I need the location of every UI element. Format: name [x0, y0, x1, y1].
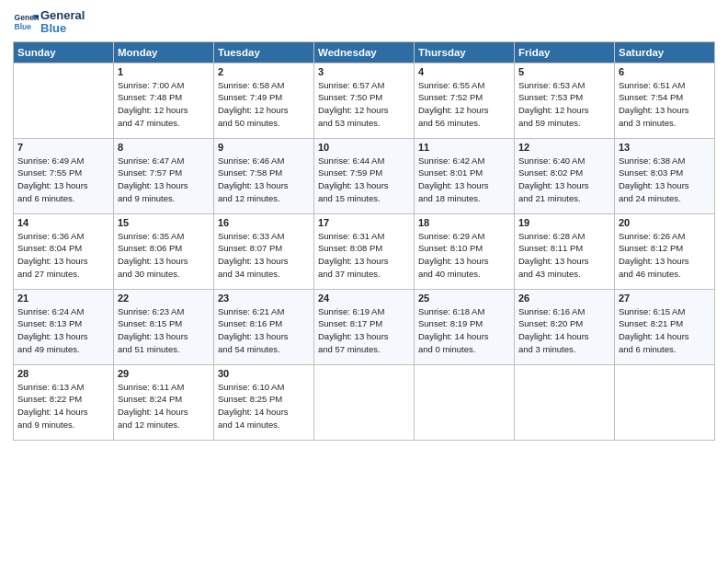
day-number: 19 — [518, 217, 610, 228]
calendar-cell: 10Sunrise: 6:44 AMSunset: 7:59 PMDayligh… — [314, 138, 415, 213]
cell-info: Sunrise: 6:16 AMSunset: 8:20 PMDaylight:… — [518, 305, 610, 356]
day-number: 23 — [218, 293, 310, 304]
calendar-cell: 13Sunrise: 6:38 AMSunset: 8:03 PMDayligh… — [615, 138, 715, 213]
weekday-header-row: SundayMondayTuesdayWednesdayThursdayFrid… — [14, 41, 715, 63]
day-number: 1 — [118, 66, 210, 77]
day-number: 29 — [118, 368, 210, 379]
day-number: 27 — [619, 293, 711, 304]
calendar-cell: 20Sunrise: 6:26 AMSunset: 8:12 PMDayligh… — [615, 213, 715, 289]
weekday-header-saturday: Saturday — [615, 41, 715, 63]
day-number: 16 — [218, 217, 310, 228]
week-row-4: 21Sunrise: 6:24 AMSunset: 8:13 PMDayligh… — [14, 289, 715, 364]
cell-info: Sunrise: 6:44 AMSunset: 7:59 PMDaylight:… — [318, 155, 410, 205]
cell-info: Sunrise: 7:00 AMSunset: 7:48 PMDaylight:… — [118, 79, 210, 130]
calendar-cell: 5Sunrise: 6:53 AMSunset: 7:53 PMDaylight… — [515, 63, 615, 138]
svg-text:Blue: Blue — [15, 22, 32, 31]
calendar-cell: 6Sunrise: 6:51 AMSunset: 7:54 PMDaylight… — [615, 63, 715, 138]
calendar-cell: 24Sunrise: 6:19 AMSunset: 8:17 PMDayligh… — [314, 289, 415, 364]
cell-info: Sunrise: 6:35 AMSunset: 8:06 PMDaylight:… — [118, 230, 210, 281]
day-number: 21 — [17, 293, 109, 304]
calendar-cell: 17Sunrise: 6:31 AMSunset: 8:08 PMDayligh… — [314, 213, 415, 289]
cell-info: Sunrise: 6:53 AMSunset: 7:53 PMDaylight:… — [518, 79, 610, 130]
week-row-1: 1Sunrise: 7:00 AMSunset: 7:48 PMDaylight… — [14, 63, 715, 138]
cell-info: Sunrise: 6:13 AMSunset: 8:22 PMDaylight:… — [17, 381, 109, 431]
calendar-cell: 14Sunrise: 6:36 AMSunset: 8:04 PMDayligh… — [14, 213, 114, 289]
cell-info: Sunrise: 6:23 AMSunset: 8:15 PMDaylight:… — [118, 305, 210, 356]
calendar-cell — [14, 63, 114, 138]
calendar-table: SundayMondayTuesdayWednesdayThursdayFrid… — [13, 41, 715, 441]
cell-info: Sunrise: 6:15 AMSunset: 8:21 PMDaylight:… — [619, 305, 711, 356]
cell-info: Sunrise: 6:38 AMSunset: 8:03 PMDaylight:… — [619, 155, 711, 205]
cell-info: Sunrise: 6:49 AMSunset: 7:55 PMDaylight:… — [17, 155, 109, 205]
day-number: 9 — [218, 142, 310, 153]
header: General Blue General Blue — [13, 9, 715, 36]
week-row-5: 28Sunrise: 6:13 AMSunset: 8:22 PMDayligh… — [14, 364, 715, 440]
cell-info: Sunrise: 6:28 AMSunset: 8:11 PMDaylight:… — [518, 230, 610, 281]
weekday-header-monday: Monday — [114, 41, 214, 63]
calendar-cell: 25Sunrise: 6:18 AMSunset: 8:19 PMDayligh… — [415, 289, 515, 364]
calendar-cell: 30Sunrise: 6:10 AMSunset: 8:25 PMDayligh… — [214, 364, 314, 440]
cell-info: Sunrise: 6:55 AMSunset: 7:52 PMDaylight:… — [418, 79, 510, 130]
weekday-header-wednesday: Wednesday — [314, 41, 415, 63]
day-number: 26 — [518, 293, 610, 304]
cell-info: Sunrise: 6:18 AMSunset: 8:19 PMDaylight:… — [418, 305, 510, 356]
day-number: 25 — [418, 293, 510, 304]
calendar-cell — [314, 364, 415, 440]
calendar-cell: 7Sunrise: 6:49 AMSunset: 7:55 PMDaylight… — [14, 138, 114, 213]
cell-info: Sunrise: 6:42 AMSunset: 8:01 PMDaylight:… — [418, 155, 510, 205]
cell-info: Sunrise: 6:58 AMSunset: 7:49 PMDaylight:… — [218, 79, 310, 130]
day-number: 3 — [318, 66, 410, 77]
day-number: 15 — [118, 217, 210, 228]
day-number: 11 — [418, 142, 510, 153]
day-number: 4 — [418, 66, 510, 77]
calendar-cell: 1Sunrise: 7:00 AMSunset: 7:48 PMDaylight… — [114, 63, 214, 138]
calendar-cell: 15Sunrise: 6:35 AMSunset: 8:06 PMDayligh… — [114, 213, 214, 289]
day-number: 14 — [17, 217, 109, 228]
cell-info: Sunrise: 6:46 AMSunset: 7:58 PMDaylight:… — [218, 155, 310, 205]
cell-info: Sunrise: 6:11 AMSunset: 8:24 PMDaylight:… — [118, 381, 210, 431]
calendar-cell: 12Sunrise: 6:40 AMSunset: 8:02 PMDayligh… — [515, 138, 615, 213]
day-number: 22 — [118, 293, 210, 304]
cell-info: Sunrise: 6:36 AMSunset: 8:04 PMDaylight:… — [17, 230, 109, 281]
weekday-header-sunday: Sunday — [14, 41, 114, 63]
weekday-header-thursday: Thursday — [415, 41, 515, 63]
cell-info: Sunrise: 6:40 AMSunset: 8:02 PMDaylight:… — [518, 155, 610, 205]
day-number: 30 — [218, 368, 310, 379]
cell-info: Sunrise: 6:51 AMSunset: 7:54 PMDaylight:… — [619, 79, 711, 130]
day-number: 8 — [118, 142, 210, 153]
day-number: 28 — [17, 368, 109, 379]
cell-info: Sunrise: 6:47 AMSunset: 7:57 PMDaylight:… — [118, 155, 210, 205]
cell-info: Sunrise: 6:24 AMSunset: 8:13 PMDaylight:… — [17, 305, 109, 356]
day-number: 2 — [218, 66, 310, 77]
day-number: 6 — [619, 66, 711, 77]
calendar-cell: 23Sunrise: 6:21 AMSunset: 8:16 PMDayligh… — [214, 289, 314, 364]
day-number: 17 — [318, 217, 410, 228]
day-number: 20 — [619, 217, 711, 228]
calendar-cell — [415, 364, 515, 440]
week-row-3: 14Sunrise: 6:36 AMSunset: 8:04 PMDayligh… — [14, 213, 715, 289]
logo-icon: General Blue — [13, 9, 39, 35]
calendar-cell: 3Sunrise: 6:57 AMSunset: 7:50 PMDaylight… — [314, 63, 415, 138]
calendar-cell: 26Sunrise: 6:16 AMSunset: 8:20 PMDayligh… — [515, 289, 615, 364]
calendar-cell: 4Sunrise: 6:55 AMSunset: 7:52 PMDaylight… — [415, 63, 515, 138]
cell-info: Sunrise: 6:31 AMSunset: 8:08 PMDaylight:… — [318, 230, 410, 281]
week-row-2: 7Sunrise: 6:49 AMSunset: 7:55 PMDaylight… — [14, 138, 715, 213]
calendar-cell: 16Sunrise: 6:33 AMSunset: 8:07 PMDayligh… — [214, 213, 314, 289]
day-number: 10 — [318, 142, 410, 153]
day-number: 5 — [518, 66, 610, 77]
calendar-container: General Blue General Blue SundayMondayTu… — [0, 0, 728, 450]
cell-info: Sunrise: 6:57 AMSunset: 7:50 PMDaylight:… — [318, 79, 410, 130]
calendar-cell: 29Sunrise: 6:11 AMSunset: 8:24 PMDayligh… — [114, 364, 214, 440]
calendar-cell — [515, 364, 615, 440]
calendar-cell: 11Sunrise: 6:42 AMSunset: 8:01 PMDayligh… — [415, 138, 515, 213]
day-number: 7 — [17, 142, 109, 153]
calendar-cell: 28Sunrise: 6:13 AMSunset: 8:22 PMDayligh… — [14, 364, 114, 440]
cell-info: Sunrise: 6:10 AMSunset: 8:25 PMDaylight:… — [218, 381, 310, 431]
day-number: 12 — [518, 142, 610, 153]
calendar-cell: 21Sunrise: 6:24 AMSunset: 8:13 PMDayligh… — [14, 289, 114, 364]
calendar-cell: 22Sunrise: 6:23 AMSunset: 8:15 PMDayligh… — [114, 289, 214, 364]
cell-info: Sunrise: 6:33 AMSunset: 8:07 PMDaylight:… — [218, 230, 310, 281]
day-number: 18 — [418, 217, 510, 228]
calendar-cell: 2Sunrise: 6:58 AMSunset: 7:49 PMDaylight… — [214, 63, 314, 138]
calendar-cell: 8Sunrise: 6:47 AMSunset: 7:57 PMDaylight… — [114, 138, 214, 213]
